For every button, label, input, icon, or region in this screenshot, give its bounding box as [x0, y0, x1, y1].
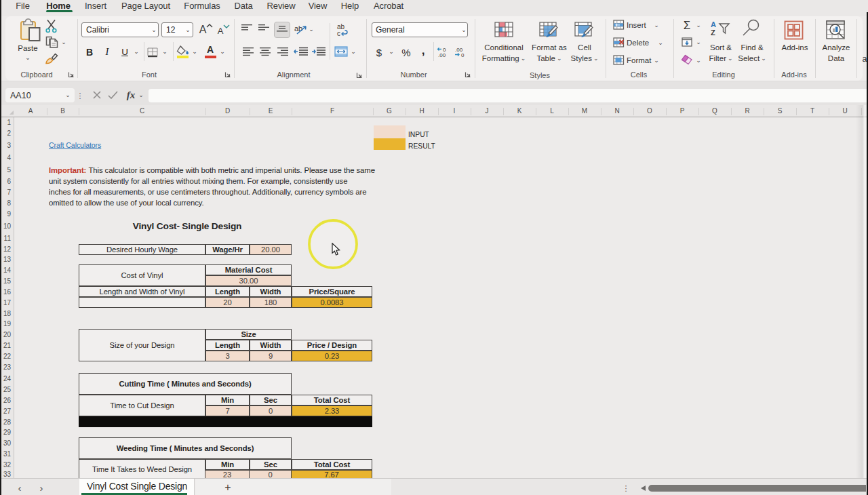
svg-text:0: 0	[461, 52, 465, 58]
svg-text:.00: .00	[438, 52, 446, 58]
svg-text:c: c	[337, 30, 340, 37]
svg-text:Z: Z	[711, 28, 715, 36]
svg-text:ab: ab	[294, 24, 302, 33]
svg-text:A: A	[711, 20, 716, 28]
